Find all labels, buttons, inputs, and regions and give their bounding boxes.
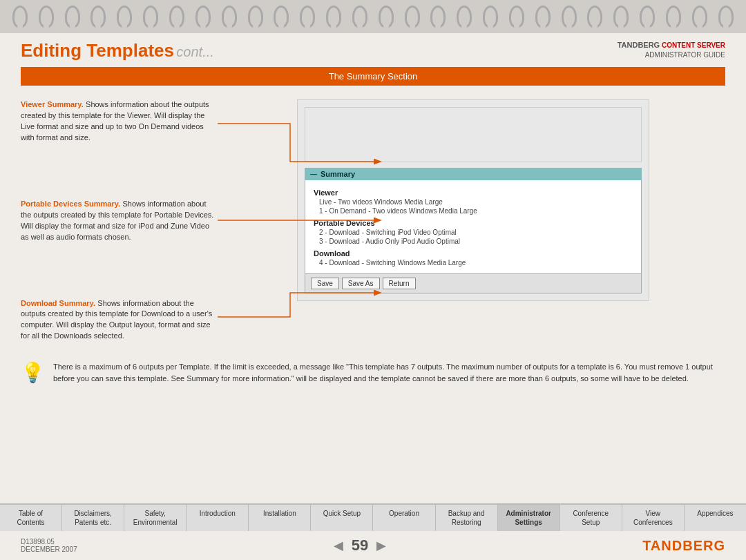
spiral-ring xyxy=(405,6,420,28)
nav-tab-8[interactable]: Administrator Settings xyxy=(498,505,560,531)
footer: D13898.05 DECEMBER 2007 ◀ 59 ▶ TANDBERG xyxy=(0,531,746,560)
spiral-ring xyxy=(222,6,237,28)
footer-brand: TANDBERG xyxy=(642,538,725,554)
nav-tab-10[interactable]: View Conferences xyxy=(622,505,685,531)
spiral-ring xyxy=(65,6,80,28)
return-button[interactable]: Return xyxy=(383,278,416,289)
spiral-ring xyxy=(12,6,28,28)
spiral-ring xyxy=(248,6,263,28)
download-summary-block: Download Summary. Shows information abou… xyxy=(21,298,214,342)
spiral-ring xyxy=(379,6,394,28)
spiral-ring xyxy=(692,6,707,28)
footer-doc-info: D13898.05 DECEMBER 2007 xyxy=(21,538,77,553)
spiral-binding xyxy=(0,0,746,33)
nav-tab-5[interactable]: Quick Setup xyxy=(311,505,373,531)
spiral-ring xyxy=(718,6,734,28)
nav-tab-0[interactable]: Table of Contents xyxy=(0,505,62,531)
nav-tab-11[interactable]: Appendices xyxy=(685,505,746,531)
spiral-ring xyxy=(195,6,211,28)
summary-mockup: — Summary Viewer Live - Two videos Windo… xyxy=(297,99,649,301)
spiral-ring xyxy=(509,6,524,28)
right-panel: — Summary Viewer Live - Two videos Windo… xyxy=(221,86,725,354)
save-as-button[interactable]: Save As xyxy=(342,278,380,289)
spiral-ring xyxy=(457,6,472,28)
summary-collapse-icon[interactable]: — xyxy=(310,171,317,178)
spiral-ring xyxy=(562,6,577,28)
footer-pagination: ◀ 59 ▶ xyxy=(334,537,386,554)
summary-body: Viewer Live - Two videos Windows Media L… xyxy=(305,180,642,274)
spiral-ring xyxy=(535,6,551,28)
main-content: Viewer Summary. Shows information about … xyxy=(21,86,725,354)
left-panel: Viewer Summary. Shows information about … xyxy=(21,86,221,354)
spiral-ring xyxy=(640,6,655,28)
next-page-button[interactable]: ▶ xyxy=(376,538,386,553)
spiral-ring xyxy=(326,6,341,28)
nav-tab-1[interactable]: Disclaimers, Patents etc. xyxy=(62,505,124,531)
spiral-ring xyxy=(666,6,681,28)
spiral-ring xyxy=(430,6,446,28)
page-title: Editing Templates cont... xyxy=(21,40,214,61)
prev-page-button[interactable]: ◀ xyxy=(334,538,343,553)
viewer-summary-block: Viewer Summary. Shows information about … xyxy=(21,99,214,144)
nav-tab-4[interactable]: Installation xyxy=(249,505,311,531)
spiral-ring xyxy=(352,6,367,28)
portable-summary-block: Portable Devices Summary. Shows informat… xyxy=(21,199,214,243)
section-banner: The Summary Section xyxy=(21,67,725,86)
spiral-ring xyxy=(587,6,602,28)
nav-tab-9[interactable]: Conference Setup xyxy=(560,505,622,531)
summary-buttons: Save Save As Return xyxy=(305,274,642,293)
spiral-ring xyxy=(90,6,106,28)
summary-header: — Summary xyxy=(305,168,642,180)
spiral-ring xyxy=(117,6,132,28)
spiral-ring xyxy=(169,6,184,28)
nav-tab-2[interactable]: Safety, Environmental xyxy=(124,505,186,531)
nav-tab-6[interactable]: Operation xyxy=(373,505,435,531)
spiral-ring xyxy=(143,6,158,28)
spiral-ring xyxy=(483,6,498,28)
spiral-ring xyxy=(274,6,289,28)
spiral-ring xyxy=(613,6,629,28)
page-header: Editing Templates cont... TANDBERG CONTE… xyxy=(0,33,746,67)
tip-section: 💡 There is a maximum of 6 outputs per Te… xyxy=(21,354,725,391)
nav-tab-7[interactable]: Backup and Restoring xyxy=(436,505,498,531)
spiral-ring xyxy=(39,6,54,28)
bottom-nav: Table of ContentsDisclaimers, Patents et… xyxy=(0,503,746,531)
nav-tab-3[interactable]: Introduction xyxy=(186,505,249,531)
spiral-ring xyxy=(300,6,315,28)
brand-info: TANDBERG CONTENT SERVER ADMINISTRATOR GU… xyxy=(618,40,725,60)
save-button[interactable]: Save xyxy=(311,278,339,289)
tip-icon: 💡 xyxy=(21,361,45,384)
mockup-top-area xyxy=(305,107,642,162)
